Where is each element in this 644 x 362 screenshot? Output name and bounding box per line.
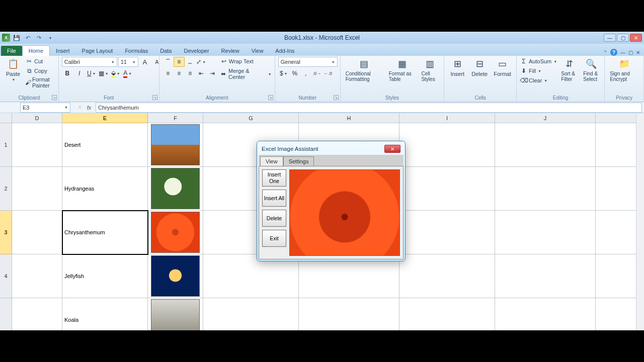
qat-save-icon[interactable]: 💾	[12, 33, 21, 42]
align-middle-button[interactable]: ≡	[174, 57, 185, 67]
col-header[interactable]: D	[12, 113, 62, 123]
col-header[interactable]: J	[495, 113, 596, 123]
number-launcher[interactable]: ↘	[334, 95, 339, 100]
border-button[interactable]: ▦▼	[98, 68, 109, 78]
cell[interactable]	[399, 254, 495, 298]
percent-button[interactable]: %	[289, 68, 300, 78]
row-header[interactable]: 1	[0, 123, 12, 167]
sign-encrypt-button[interactable]: 📁Sign and Encrypt	[608, 57, 640, 83]
tab-data[interactable]: Data	[154, 46, 178, 56]
dialog-delete-button[interactable]: Delete	[262, 210, 286, 227]
dialog-tab-view[interactable]: View	[260, 156, 283, 166]
insert-cells-button[interactable]: ⊞Insert	[447, 57, 467, 78]
merge-center-button[interactable]: ⬌Merge & Center▼	[220, 67, 272, 80]
close-button[interactable]: ✕	[630, 34, 642, 42]
col-header[interactable]: E	[62, 113, 148, 123]
tab-home[interactable]: Home	[22, 45, 50, 56]
cell-image[interactable]	[148, 123, 203, 167]
underline-button[interactable]: U▼	[86, 68, 97, 78]
cell-image[interactable]	[148, 298, 203, 330]
cell[interactable]	[495, 211, 596, 254]
formula-input[interactable]: Chrysanthemum	[96, 103, 642, 113]
col-header[interactable]: F	[148, 113, 203, 123]
dialog-close-button[interactable]: ✕	[384, 145, 400, 153]
tab-view[interactable]: View	[246, 46, 270, 56]
fx-icon[interactable]: fx	[85, 103, 94, 112]
clipboard-launcher[interactable]: ↘	[52, 95, 57, 100]
cell-image[interactable]	[148, 254, 203, 298]
col-header[interactable]: I	[399, 113, 495, 123]
ribbon-minimize-icon[interactable]: ⌃	[603, 50, 607, 55]
conditional-formatting-button[interactable]: ▤Conditional Formatting	[344, 57, 385, 83]
insert-all-button[interactable]: Insert All	[262, 190, 286, 207]
font-name-select[interactable]: Calibri▼	[62, 57, 117, 67]
format-cells-button[interactable]: ▭Format	[492, 57, 513, 78]
row-header[interactable]: 4	[0, 254, 12, 298]
cell[interactable]	[399, 123, 495, 167]
vertical-scrollbar[interactable]	[636, 114, 644, 330]
doc-minimize-icon[interactable]: —	[620, 50, 625, 55]
help-icon[interactable]: ?	[610, 49, 617, 56]
cell[interactable]	[495, 123, 596, 167]
dialog-tab-settings[interactable]: Settings	[283, 156, 314, 166]
decrease-indent-button[interactable]: ⇤	[196, 68, 207, 78]
fill-color-button[interactable]: ⬙▼	[110, 68, 121, 78]
format-painter-button[interactable]: 🖌Format Painter	[25, 76, 55, 89]
number-format-select[interactable]: General▼	[278, 57, 338, 67]
decrease-decimal-button[interactable]: ←.0	[323, 68, 334, 78]
fill-button[interactable]: ⬇Fill▼	[520, 66, 557, 75]
comma-button[interactable]: ,	[300, 68, 311, 78]
align-bottom-button[interactable]: ⎽	[185, 57, 196, 67]
cell[interactable]	[12, 211, 62, 254]
cell[interactable]	[12, 254, 62, 298]
cut-button[interactable]: ✂Cut	[25, 57, 55, 66]
cell[interactable]	[399, 298, 495, 330]
active-cell[interactable]: Chrysanthemum	[62, 211, 148, 254]
cell[interactable]	[12, 167, 62, 211]
col-header[interactable]: H	[299, 113, 399, 123]
name-box[interactable]: E3▼	[20, 103, 70, 113]
cell-image[interactable]	[148, 211, 203, 254]
restore-button[interactable]: ▢	[617, 34, 629, 42]
image-assistant-dialog[interactable]: Excel Image Assistant ✕ View Settings In…	[257, 141, 406, 261]
minimize-button[interactable]: —	[604, 34, 616, 42]
cell[interactable]	[495, 298, 596, 330]
qat-redo-icon[interactable]: ↷	[34, 33, 43, 42]
select-all-corner[interactable]	[0, 113, 12, 123]
sort-filter-button[interactable]: ⇵Sort & Filter	[559, 57, 579, 83]
qat-undo-icon[interactable]: ↶	[23, 33, 32, 42]
cell[interactable]: Jellyfish	[62, 254, 148, 298]
tab-developer[interactable]: Developer	[178, 46, 215, 56]
format-as-table-button[interactable]: ▦Format as Table	[387, 57, 418, 83]
clear-button[interactable]: ⌫Clear▼	[520, 76, 557, 85]
font-color-button[interactable]: A▼	[122, 68, 133, 78]
cell[interactable]	[299, 298, 399, 330]
orientation-button[interactable]: ⤢▼	[196, 57, 207, 67]
doc-restore-icon[interactable]: ▢	[628, 50, 633, 55]
cell[interactable]: Desert	[62, 123, 148, 167]
cell[interactable]	[495, 167, 596, 211]
autosum-button[interactable]: ΣAutoSum▼	[520, 57, 557, 66]
tab-review[interactable]: Review	[215, 46, 246, 56]
qat-customize-icon[interactable]: ▼	[45, 33, 54, 42]
cell-image[interactable]	[148, 167, 203, 211]
cell[interactable]	[12, 123, 62, 167]
bold-button[interactable]: B	[62, 68, 73, 78]
tab-page-layout[interactable]: Page Layout	[76, 46, 119, 56]
delete-cells-button[interactable]: ⊟Delete	[469, 57, 490, 78]
doc-close-icon[interactable]: ✕	[636, 50, 640, 55]
exit-button[interactable]: Exit	[262, 230, 286, 247]
align-left-button[interactable]: ≡	[163, 68, 174, 78]
italic-button[interactable]: I	[74, 68, 85, 78]
row-header[interactable]	[0, 298, 12, 330]
cell[interactable]	[495, 254, 596, 298]
grow-font-button[interactable]: A	[139, 57, 150, 67]
font-launcher[interactable]: ↘	[152, 95, 157, 100]
cancel-icon[interactable]: ✕	[74, 103, 84, 112]
cell[interactable]	[399, 211, 495, 254]
copy-button[interactable]: ⧉Copy	[25, 66, 55, 75]
increase-indent-button[interactable]: ⇥	[207, 68, 218, 78]
accounting-button[interactable]: $▼	[278, 68, 289, 78]
alignment-launcher[interactable]: ↘	[268, 95, 273, 100]
paste-button[interactable]: 📋 Paste ▼	[3, 57, 23, 82]
